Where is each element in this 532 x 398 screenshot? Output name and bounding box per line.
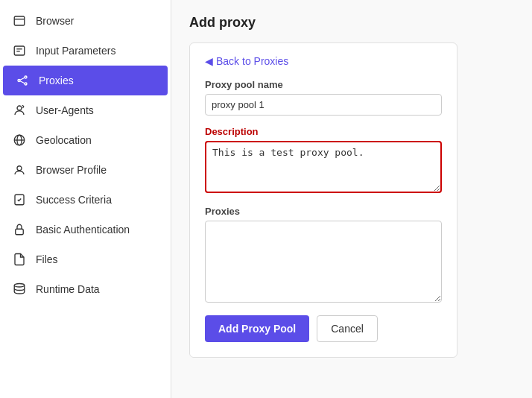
svg-line-11 [22,105,24,107]
runtime-icon [12,282,27,297]
sidebar-label-browser-profile: Browser Profile [36,163,107,177]
proxy-pool-name-input[interactable] [205,94,442,116]
sidebar-item-input-parameters[interactable]: Input Parameters [0,36,171,66]
svg-point-19 [14,284,25,288]
sidebar-label-geolocation: Geolocation [36,133,92,147]
svg-line-8 [20,78,25,80]
files-icon [12,252,27,267]
sidebar-item-user-agents[interactable]: User-Agents [0,95,171,125]
back-to-proxies-link[interactable]: ◀ Back to Proxies [205,55,442,67]
description-label: Description [205,126,442,137]
chevron-left-icon: ◀ [205,55,213,67]
svg-rect-2 [14,46,25,55]
sidebar-label-browser: Browser [36,14,74,28]
page-title: Add proxy [189,15,514,31]
success-icon [12,192,27,207]
user-agents-icon [12,103,27,118]
lock-icon [12,222,27,237]
svg-point-16 [17,166,22,171]
svg-rect-18 [16,229,24,235]
back-label: Back to Proxies [216,55,288,67]
proxies-label: Proxies [205,206,442,217]
sidebar: Browser Input Parameters Proxies [0,0,171,398]
sidebar-item-basic-auth[interactable]: Basic Authentication [0,215,171,244]
sidebar-item-proxies[interactable]: Proxies [3,66,168,95]
description-input[interactable] [205,141,442,193]
sidebar-item-success-criteria[interactable]: Success Criteria [0,185,171,215]
proxy-pool-name-label: Proxy pool name [205,79,442,90]
proxies-input[interactable] [205,221,442,303]
main-content: Add proxy ◀ Back to Proxies Proxy pool n… [171,0,532,398]
cancel-button[interactable]: Cancel [317,315,378,342]
sidebar-label-input-parameters: Input Parameters [36,44,115,57]
description-group: Description [205,126,442,195]
browser-icon [12,13,27,28]
sidebar-label-proxies: Proxies [39,74,74,87]
sidebar-item-runtime-data[interactable]: Runtime Data [0,274,171,304]
sidebar-label-files: Files [36,253,58,266]
proxies-icon [15,73,30,88]
svg-point-5 [18,80,20,82]
sidebar-item-files[interactable]: Files [0,244,171,274]
sidebar-label-user-agents: User-Agents [36,104,94,117]
svg-point-6 [25,76,27,78]
geolocation-icon [12,133,27,148]
add-proxy-pool-button[interactable]: Add Proxy Pool [205,315,309,342]
proxies-group: Proxies [205,206,442,305]
svg-rect-0 [14,16,25,25]
svg-line-12 [23,107,25,108]
browser-profile-icon [12,162,27,177]
sidebar-item-geolocation[interactable]: Geolocation [0,125,171,155]
svg-line-9 [20,81,25,83]
sidebar-label-success-criteria: Success Criteria [36,193,112,206]
svg-point-7 [25,83,27,85]
proxy-pool-name-group: Proxy pool name [205,79,442,116]
button-row: Add Proxy Pool Cancel [205,315,442,342]
sidebar-item-browser[interactable]: Browser [0,6,171,36]
sidebar-label-runtime-data: Runtime Data [36,282,100,296]
add-proxy-card: ◀ Back to Proxies Proxy pool name Descri… [189,42,457,358]
sidebar-label-basic-auth: Basic Authentication [36,223,130,236]
input-icon [12,43,27,58]
sidebar-item-browser-profile[interactable]: Browser Profile [0,155,171,185]
svg-point-10 [17,106,22,110]
